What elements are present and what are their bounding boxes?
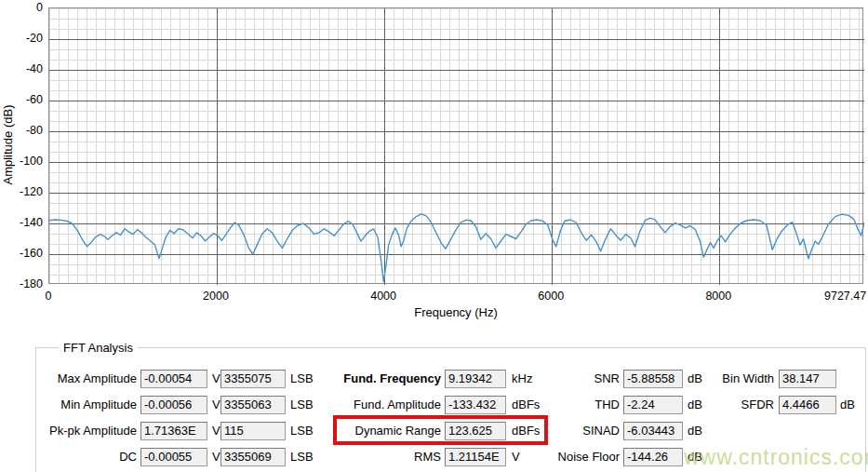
y-tick-label: -180 xyxy=(0,277,43,291)
y-tick-label: -40 xyxy=(0,62,43,76)
field-input[interactable]: -0.00055 xyxy=(140,448,207,466)
field-label: RMS xyxy=(236,448,441,466)
y-tick-label: -60 xyxy=(0,93,43,107)
field-unit: dB xyxy=(688,422,702,440)
y-tick-label: -140 xyxy=(0,216,43,230)
field-input[interactable]: -0.00054 xyxy=(140,370,207,388)
field-label: Dynamic Range xyxy=(236,422,441,440)
spectrum-plot xyxy=(48,7,863,284)
field-label: DC xyxy=(0,448,137,466)
x-tick-label: 4000 xyxy=(370,290,396,303)
x-tick-label: 0 xyxy=(46,290,52,303)
y-tick-label: -20 xyxy=(0,32,43,46)
field-input[interactable]: 38.147 xyxy=(779,370,836,388)
field-label: Min Amplitude xyxy=(0,396,137,414)
field-unit: dB xyxy=(840,396,855,414)
field-label: Bin Width xyxy=(569,370,774,388)
x-tick-label: 9727.47 xyxy=(824,290,866,303)
field-unit: V xyxy=(212,370,220,388)
watermark-text: www.cntronics.com xyxy=(684,445,868,470)
field-label: Pk-pk Amplitude xyxy=(0,422,137,440)
fft-analysis-title: FFT Analysis xyxy=(59,341,138,355)
y-tick-label: -100 xyxy=(0,155,43,169)
field-input[interactable]: -144.26 xyxy=(623,448,683,466)
fft-plot-area: Amplitude (dB) 0-20-40-60-80-100-120-140… xyxy=(0,0,868,326)
y-tick-label: -80 xyxy=(0,124,43,138)
field-unit: V xyxy=(212,422,220,440)
x-tick-label: 2000 xyxy=(203,290,229,303)
field-input[interactable]: 1.71363E xyxy=(140,422,207,440)
y-tick-label: -160 xyxy=(0,247,43,261)
field-label: Max Amplitude xyxy=(0,370,137,388)
field-label: Fund. Frequency xyxy=(236,370,441,388)
field-label: Noise Floor xyxy=(415,448,620,466)
field-unit: V xyxy=(212,448,220,466)
field-unit: V xyxy=(212,396,220,414)
field-label: SINAD xyxy=(415,422,620,440)
spectrum-trace-svg xyxy=(49,8,864,285)
field-label: Fund. Amplitude xyxy=(236,396,441,414)
field-input[interactable]: -0.00056 xyxy=(140,396,207,414)
y-tick-label: -120 xyxy=(0,185,43,199)
fft-analyzer-window: { "chart": { "y_title": "Amplitude (dB)"… xyxy=(0,0,868,472)
x-axis-title: Frequency (Hz) xyxy=(48,305,863,319)
y-tick-label: 0 xyxy=(0,1,43,15)
field-input[interactable]: -6.03443 xyxy=(623,422,683,440)
field-input[interactable]: 4.4466 xyxy=(779,396,836,414)
field-label: SFDR xyxy=(569,396,774,414)
x-tick-label: 6000 xyxy=(538,290,564,303)
x-tick-label: 8000 xyxy=(705,290,731,303)
